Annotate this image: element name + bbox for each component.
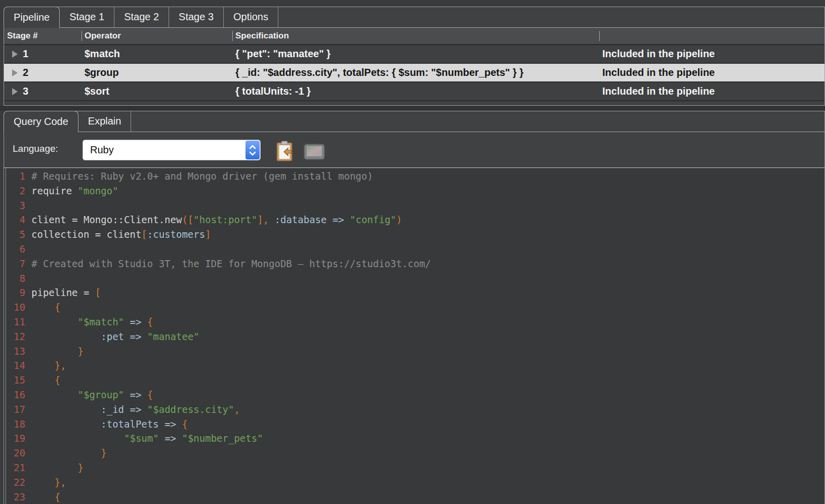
stage-number-cell: 3 [4,86,81,97]
code-text: :pet => "manatee" [31,329,199,344]
line-number: 14 [4,358,31,373]
code-line-4: 4client = Mongo::Client.new(["host:port"… [4,213,824,227]
code-line-7: 7# Created with Studio 3T, the IDE for M… [4,257,824,271]
triangle-right-icon[interactable] [12,51,18,58]
code-line-10: 10 { [4,300,824,315]
code-line-19: 19 "$sum" => "$number_pets" [4,431,824,446]
line-number: 6 [4,242,31,257]
code-text: { [31,300,60,315]
language-select[interactable]: Ruby [82,140,261,160]
copy-to-clipboard-button[interactable] [276,141,293,162]
specification-cell: { totalUnits: -1 } [232,86,599,97]
code-text: "$match" => { [31,315,153,329]
tab-stage-1[interactable]: Stage 1 [60,7,114,27]
tab-stage-3[interactable]: Stage 3 [169,7,224,27]
tab-explain[interactable]: Explain [78,111,132,132]
pipeline-stage-row-1[interactable]: 1$match{ "pet": "manatee" }Included in t… [4,45,824,64]
pipeline-stage-row-3[interactable]: 3$sort{ totalUnits: -1 }Included in the … [4,82,824,101]
status-cell: Included in the pipeline [599,86,824,97]
stage-number: 2 [23,67,28,78]
column-header-status[interactable] [599,28,824,44]
code-text: client = Mongo::Client.new(["host:port"]… [31,213,402,227]
operator-cell: $group [81,67,232,78]
code-line-11: 11 "$match" => { [4,315,824,329]
line-number: 3 [4,198,31,213]
pipeline-tabbar: PipelineStage 1Stage 2Stage 3Options [4,7,824,28]
code-line-5: 5collection = client[:customers] [4,227,824,242]
up-down-chevrons-icon [245,141,260,159]
code-text: { [31,490,60,504]
code-line-17: 17 :_id => "$address.city", [4,402,824,417]
code-line-14: 14 }, [4,358,824,373]
code-line-18: 18 :totalPets => { [4,417,824,432]
code-text: "$group" => { [31,388,153,402]
tab-options[interactable]: Options [224,7,278,27]
code-line-22: 22 }, [4,475,824,490]
code-text: require "mongo" [31,184,118,198]
code-line-15: 15 { [4,373,824,388]
code-line-3: 3 [4,198,824,213]
line-number: 21 [4,460,31,475]
code-text: }, [31,358,66,373]
stage-number: 3 [23,86,28,97]
line-number: 4 [4,213,31,227]
code-line-20: 20 } [4,446,824,460]
open-in-shell-button[interactable] [304,144,325,160]
panel-splitter[interactable] [0,106,825,111]
line-number: 11 [4,315,31,329]
status-cell: Included in the pipeline [599,48,824,60]
pipeline-table-body: 1$match{ "pet": "manatee" }Included in t… [4,45,824,101]
triangle-right-icon[interactable] [12,69,18,76]
code-lines: 1# Requires: Ruby v2.0+ and Mongo driver… [4,168,824,504]
code-text: { [31,373,60,388]
line-number: 15 [4,373,31,388]
stage-number-cell: 1 [4,48,81,60]
language-toolbar: Language: Ruby [4,132,824,168]
line-number: 22 [4,475,31,490]
column-header-operator[interactable]: Operator [81,28,232,44]
operator-cell: $match [81,48,232,60]
line-number: 19 [4,431,31,446]
query-code-tabbar: Query CodeExplain [4,111,824,132]
code-line-9: 9pipeline = [ [4,285,824,300]
specification-cell: { "pet": "manatee" } [232,48,599,60]
pipeline-panel: PipelineStage 1Stage 2Stage 3Options Sta… [4,7,825,106]
terminal-icon [304,154,325,161]
code-text: } [31,344,84,359]
line-number: 10 [4,300,31,315]
line-number: 18 [4,417,31,432]
code-text: :totalPets => { [31,417,188,432]
code-line-12: 12 :pet => "manatee" [4,329,824,344]
tab-stage-2[interactable]: Stage 2 [114,7,169,27]
tab-query-code[interactable]: Query Code [4,111,78,132]
code-line-13: 13 } [4,344,824,359]
code-editor[interactable]: 1# Requires: Ruby v2.0+ and Mongo driver… [4,167,824,504]
line-number: 7 [4,257,31,271]
status-cell: Included in the pipeline [599,67,824,78]
triangle-right-icon[interactable] [12,88,18,95]
code-text: pipeline = [ [31,285,101,300]
pipeline-stage-row-2[interactable]: 2$group{ _id: "$address.city", totalPets… [4,64,824,82]
code-text: } [31,446,107,460]
code-text: # Requires: Ruby v2.0+ and Mongo driver … [31,169,373,184]
code-text: # Created with Studio 3T, the IDE for Mo… [31,257,431,271]
column-header-stage[interactable]: Stage # [4,28,81,44]
operator-cell: $sort [81,86,232,97]
language-label: Language: [13,143,58,154]
clipboard-icon [276,156,293,163]
line-number: 17 [4,402,31,417]
line-number: 20 [4,446,31,460]
code-line-1: 1# Requires: Ruby v2.0+ and Mongo driver… [4,169,824,184]
stage-number: 1 [23,48,28,60]
line-number: 8 [4,271,31,286]
code-text: :_id => "$address.city", [31,402,240,417]
code-text: } [31,460,84,475]
pipeline-table-header: Stage # Operator Specification [4,28,824,45]
specification-cell: { _id: "$address.city", totalPets: { $su… [232,67,599,78]
code-line-16: 16 "$group" => { [4,388,824,402]
column-header-specification[interactable]: Specification [232,28,599,44]
line-number: 13 [4,344,31,359]
tab-pipeline[interactable]: Pipeline [4,7,60,28]
code-line-6: 6 [4,242,824,257]
code-line-23: 23 { [4,490,824,504]
